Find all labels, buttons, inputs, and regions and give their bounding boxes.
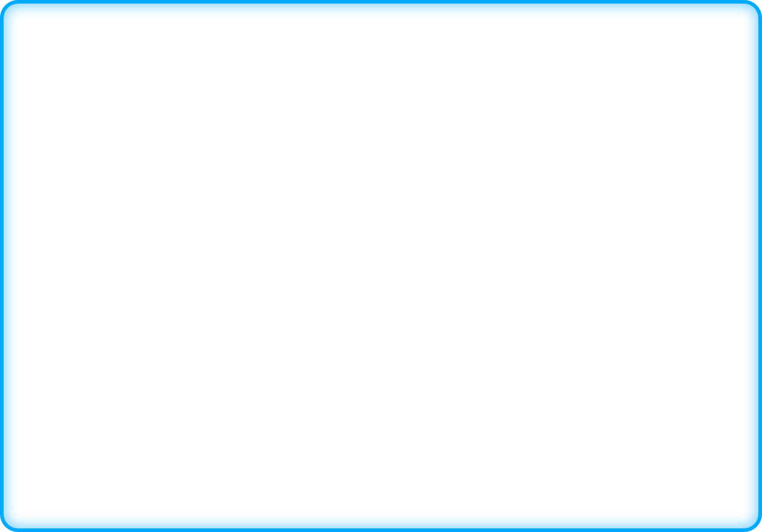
bolt-icon	[361, 289, 401, 329]
back-button[interactable]: ←	[27, 68, 45, 85]
login-card: Присоедините к компьютеру носитель ключа…	[251, 272, 510, 453]
instruction-text: Присоедините к компьютеру носитель ключа…	[284, 342, 477, 381]
titlebar: ◉ Авторизация - LISSI-Soft Redfox ˅ ˄ ×	[22, 17, 739, 32]
key-icon	[189, 55, 197, 57]
home-icon[interactable]: ⌂	[673, 71, 684, 82]
url-text: https://esia.gosuslugi.ru/idp/rlogin?cc=…	[78, 72, 463, 81]
menu-history[interactable]: Журнал	[123, 34, 164, 45]
image-icon	[355, 53, 363, 59]
tab-2[interactable]: Портал го...	[127, 48, 183, 64]
tab-10-active[interactable]: Авт...×	[566, 48, 620, 64]
login-heading: Вход	[346, 195, 415, 226]
menu-view[interactable]: Вид	[98, 34, 120, 45]
button-highlight-frame: Готово	[270, 393, 492, 432]
chat-icon[interactable]: ☻	[707, 71, 717, 82]
library-icon[interactable]: ▤	[622, 71, 633, 82]
annotation-callout: Вставьте токен, если он не вставлен, и н…	[498, 316, 719, 369]
logo-subtitle: Доступ к сервисам электронного правитель…	[315, 139, 446, 162]
tabbar: ‹ втори... Работ... Портал го... Welcom.…	[22, 47, 739, 65]
search-icon: 🔍	[486, 72, 495, 81]
bookmark-star-icon[interactable]: ☆	[605, 71, 616, 82]
tab-list-button[interactable]: ˅	[648, 49, 661, 63]
urlbar-row: ← i 🔒 https://esia.gosuslugi.ru/idp/rlog…	[22, 65, 739, 89]
menu-icon[interactable]: ☰	[723, 71, 734, 82]
app-icon	[26, 20, 36, 30]
tab-close-icon[interactable]: ×	[608, 52, 614, 61]
tab-scroll-left[interactable]: ‹	[25, 49, 38, 63]
window-title: Авторизация - LISSI-Soft Redfox	[48, 20, 702, 29]
puzzle-icon: ❉	[519, 52, 525, 60]
menu-bookmarks[interactable]: Закладки	[166, 34, 213, 45]
bug-icon: ❋	[246, 52, 252, 60]
tab-9[interactable]: ❉Управл...	[513, 48, 566, 64]
tab-3[interactable]: Welcom...	[183, 48, 240, 64]
search-box[interactable]: 🔍 Поиск	[481, 68, 602, 85]
tab-1[interactable]: Работ...	[78, 48, 127, 64]
gosuslugi-logo: госуслуги	[328, 107, 433, 133]
pocket-icon[interactable]: ⛊	[639, 71, 650, 82]
tab-8[interactable]: ⚙Настр...	[464, 48, 513, 64]
search-placeholder: Поиск	[498, 72, 523, 81]
tab-6[interactable]: Тропич...	[349, 48, 405, 64]
tab-0[interactable]: втори...	[38, 48, 78, 64]
urlbar[interactable]: i 🔒 https://esia.gosuslugi.ru/idp/rlogin…	[49, 68, 478, 85]
close-window-button[interactable]: ×	[726, 20, 735, 30]
menubar: Файл Правка Вид Журнал Закладки Инструме…	[22, 32, 739, 47]
tab-4[interactable]: ❋Directo...	[240, 48, 293, 64]
downloads-icon[interactable]: ⬇	[656, 71, 667, 82]
window-menu-button[interactable]: ◉	[38, 20, 48, 30]
page-content: госуслуги Доступ к сервисам электронного…	[22, 89, 739, 514]
menu-help[interactable]: Справка	[281, 34, 322, 45]
tab-5[interactable]: https...4443/	[292, 48, 349, 64]
info-icon[interactable]: i	[53, 72, 61, 81]
tab-scroll-right[interactable]: ›	[620, 49, 633, 63]
gear-icon: ⚙	[469, 52, 476, 60]
menu-tools[interactable]: Инструменты	[215, 34, 278, 45]
reload-button[interactable]: ⟳	[467, 72, 473, 81]
login-subheading: для портала Госуслуг	[318, 232, 444, 245]
lock-icon: 🔒	[65, 72, 74, 81]
browser-window: ◉ Авторизация - LISSI-Soft Redfox ˅ ˄ × …	[22, 17, 740, 515]
minimize-button[interactable]: ˅	[702, 20, 711, 30]
flag-icon	[572, 53, 580, 59]
back-link[interactable]: Назад	[365, 483, 396, 495]
toolbar-icons: ☆ ▤ ⛊ ⬇ ⌂ ↻ ☻ ☰	[605, 71, 734, 82]
site-icon	[83, 52, 90, 60]
ready-button[interactable]: Готово	[274, 398, 487, 428]
menu-edit[interactable]: Правка	[58, 34, 95, 45]
tab-7[interactable]: Class: Cryp...	[405, 48, 464, 64]
menu-file[interactable]: Файл	[27, 34, 56, 45]
maximize-button[interactable]: ˄	[714, 20, 723, 30]
sync-icon[interactable]: ↻	[690, 71, 701, 82]
new-tab-button[interactable]: +	[633, 51, 648, 61]
